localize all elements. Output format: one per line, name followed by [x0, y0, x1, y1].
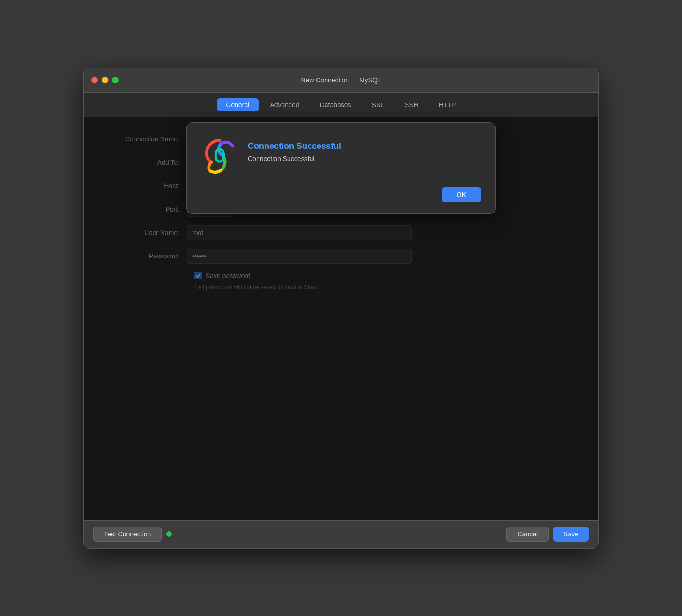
dialog-footer: OK [201, 187, 481, 202]
dialog-ok-button[interactable]: OK [442, 187, 481, 202]
mysql-logo-icon [201, 137, 238, 174]
dialog-overlay: Connection Successful Connection Success… [84, 117, 598, 520]
tabbar: General Advanced Databases SSL SSH HTTP [84, 93, 598, 117]
tab-http[interactable]: HTTP [430, 98, 466, 111]
footer: Test Connection Cancel Save [84, 520, 598, 548]
titlebar: New Connection — MySQL [84, 68, 598, 93]
footer-left: Test Connection [93, 527, 172, 542]
dialog-text: Connection Successful Connection Success… [248, 137, 341, 162]
close-button[interactable] [91, 77, 98, 83]
tab-advanced[interactable]: Advanced [260, 98, 308, 111]
main-content: Connection Successful Connection Success… [84, 117, 598, 520]
tab-databases[interactable]: Databases [311, 98, 361, 111]
window-title: New Connection — MySQL [301, 76, 381, 84]
main-window: New Connection — MySQL General Advanced … [83, 68, 599, 549]
maximize-button[interactable] [112, 77, 119, 83]
save-button[interactable]: Save [553, 527, 589, 542]
tab-ssh[interactable]: SSH [395, 98, 428, 111]
tab-ssl[interactable]: SSL [363, 98, 393, 111]
traffic-lights [91, 77, 119, 83]
dialog-message: Connection Successful [248, 155, 341, 162]
footer-right: Cancel Save [506, 527, 589, 542]
dialog-top: Connection Successful Connection Success… [201, 137, 481, 174]
minimize-button[interactable] [102, 77, 108, 83]
test-connection-button[interactable]: Test Connection [93, 527, 162, 542]
connection-status-dot [166, 531, 172, 537]
cancel-button[interactable]: Cancel [506, 527, 549, 542]
connection-dialog: Connection Successful Connection Success… [186, 122, 496, 214]
dialog-title: Connection Successful [248, 141, 341, 151]
tab-general[interactable]: General [217, 98, 259, 111]
